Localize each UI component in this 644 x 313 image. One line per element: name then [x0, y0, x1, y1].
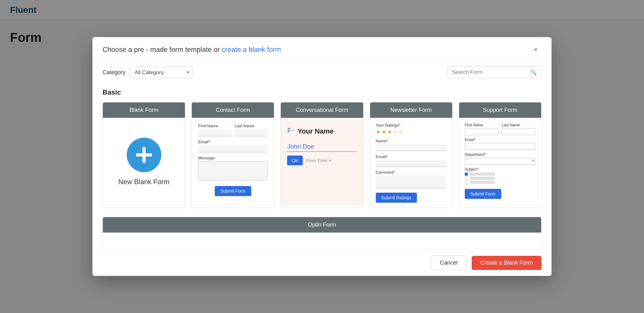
modal-title: Choose a pre - made form template or cre…	[103, 46, 281, 54]
sf-firstname-field: First Name	[465, 123, 499, 135]
template-card-header-newsletter: Newsletter Form	[370, 102, 452, 118]
conv-answer: John Doe	[287, 143, 357, 152]
category-wrapper: Category All Category	[103, 67, 193, 78]
sf-dept-label: Department*	[465, 152, 536, 157]
modal-body: Basic Blank Form New Blank Form	[92, 83, 552, 250]
nf-ratings-label: Your Ratings*	[376, 123, 401, 128]
sf-dept-row: Department* ▾	[465, 152, 536, 165]
cf-message-textarea	[198, 162, 268, 180]
cf-lastname-label: Last Name	[235, 124, 268, 128]
sf-checkbox-2	[465, 177, 468, 180]
cf-email-field: Email*	[198, 140, 268, 152]
sf-checkbox-3	[465, 181, 468, 184]
sf-checkbox-row-3	[465, 181, 536, 184]
template-card-header-conversational: Conversational Form	[281, 102, 363, 118]
cf-lastname-input	[235, 129, 268, 136]
nf-submit-btn[interactable]: Submit Ratings	[376, 193, 417, 203]
section-basic-title: Basic	[103, 88, 541, 96]
blank-form-label: New Blank Form	[118, 178, 169, 186]
sf-subject-field: Subject*	[465, 167, 536, 186]
conv-step-num: 2→	[287, 127, 295, 133]
sf-lastname-field: Last Name	[502, 123, 536, 135]
modal-close-button[interactable]: ×	[530, 44, 541, 55]
conv-ok-btn[interactable]: OK	[287, 156, 303, 165]
create-blank-link[interactable]: create a blank form	[222, 46, 281, 53]
sf-checkbox-row-2	[465, 177, 536, 180]
template-card-header-support: Support Form	[459, 102, 541, 118]
sf-email-label: Email*	[465, 138, 536, 142]
template-card-contact[interactable]: Contact Form First Name Last Name	[192, 102, 274, 208]
cf-message-field: Message	[198, 156, 268, 180]
cf-email-input	[198, 146, 268, 152]
template-card-body-newsletter: Your Ratings* ★★★☆☆ Name* Email* Comment…	[370, 118, 452, 208]
sf-submit-btn[interactable]: Submit Form	[465, 189, 501, 199]
sf-subject-row: Subject*	[465, 167, 536, 186]
template-card-body-conversational: 2→ Your Name John Doe OK Press Enter ↵	[281, 118, 363, 206]
sf-subject-label: Subject*	[465, 167, 536, 172]
cf-firstname-label: First Name	[198, 124, 231, 128]
modal-overlay: Choose a pre - made form template or cre…	[0, 0, 644, 313]
nf-email-label: Email*	[376, 154, 388, 159]
nf-stars: ★★★☆☆	[376, 129, 404, 135]
search-icon: 🔍	[530, 69, 537, 75]
nf-name-label: Name*	[376, 139, 388, 143]
cf-message-label: Message	[198, 156, 268, 160]
conv-step-label: Your Name	[297, 127, 334, 135]
cf-lastname-field: Last Name	[235, 124, 268, 136]
templates-row2: Optin Form	[103, 217, 541, 250]
modal-header: Choose a pre - made form template or cre…	[92, 37, 552, 61]
templates-grid: Blank Form New Blank Form Contact Form	[103, 102, 541, 208]
sf-email-field: Email*	[465, 138, 536, 150]
modal-footer: Cancel Create a Blank Form	[92, 250, 552, 276]
sf-email-input	[465, 143, 536, 150]
cf-submit-row: Submit Form	[198, 184, 268, 196]
cf-submit-btn[interactable]: Submit Form	[215, 186, 251, 196]
cf-email-row: Email*	[198, 140, 268, 152]
conv-enter-hint: Press Enter ↵	[306, 158, 332, 163]
template-card-header-contact: Contact Form	[192, 102, 274, 118]
svg-rect-1	[136, 153, 152, 156]
cf-firstname-input	[198, 129, 231, 136]
sf-checkbox-1	[465, 173, 468, 176]
template-card-optin[interactable]: Optin Form	[103, 217, 541, 250]
sf-checkbox-row-1	[465, 173, 536, 176]
template-card-body-optin	[103, 233, 541, 250]
template-card-header-optin: Optin Form	[103, 217, 541, 233]
category-select[interactable]: All Category	[130, 67, 193, 78]
nf-comment-label: Comment*	[376, 170, 395, 175]
search-box[interactable]: 🔍	[447, 66, 541, 78]
conv-step: 2→ Your Name	[287, 124, 333, 139]
cancel-button[interactable]: Cancel	[431, 255, 467, 270]
template-card-body-contact: First Name Last Name Email*	[192, 118, 274, 206]
nf-comment-input	[376, 176, 447, 188]
cf-message-row: Message	[198, 156, 268, 180]
template-card-body-blank: New Blank Form	[103, 118, 185, 206]
blank-plus-circle	[127, 138, 161, 172]
category-select-wrapper[interactable]: All Category	[130, 67, 193, 78]
template-card-blank[interactable]: Blank Form New Blank Form	[103, 102, 185, 208]
template-card-support[interactable]: Support Form First Name Last Name	[459, 102, 541, 208]
sf-lastname-label: Last Name	[502, 123, 536, 127]
search-input[interactable]	[452, 69, 528, 75]
template-card-body-support: First Name Last Name Email*	[459, 118, 541, 206]
sf-dept-select: ▾	[465, 158, 536, 165]
modal-dialog: Choose a pre - made form template or cre…	[92, 37, 552, 276]
template-card-newsletter[interactable]: Newsletter Form Your Ratings* ★★★☆☆ Name…	[370, 102, 452, 208]
nf-email-input	[376, 160, 447, 167]
sf-checkboxes	[465, 173, 536, 184]
template-card-header-blank: Blank Form	[103, 102, 185, 118]
create-blank-button[interactable]: Create a Blank Form	[472, 256, 541, 270]
cf-firstname-field: First Name	[198, 124, 231, 136]
sf-email-row: Email*	[465, 138, 536, 150]
sf-dept-field: Department* ▾	[465, 152, 536, 165]
sf-firstname-label: First Name	[465, 123, 499, 127]
conv-ok-row: OK Press Enter ↵	[287, 156, 332, 165]
plus-icon	[135, 146, 153, 164]
category-label: Category	[103, 69, 125, 76]
modal-toolbar: Category All Category 🔍	[92, 61, 552, 83]
sf-lastname-input	[502, 128, 536, 135]
sf-name-row: First Name Last Name	[465, 123, 536, 135]
sf-firstname-input	[465, 128, 499, 135]
template-card-conversational[interactable]: Conversational Form 2→ Your Name John Do…	[280, 102, 363, 208]
nf-name-input	[376, 144, 447, 151]
